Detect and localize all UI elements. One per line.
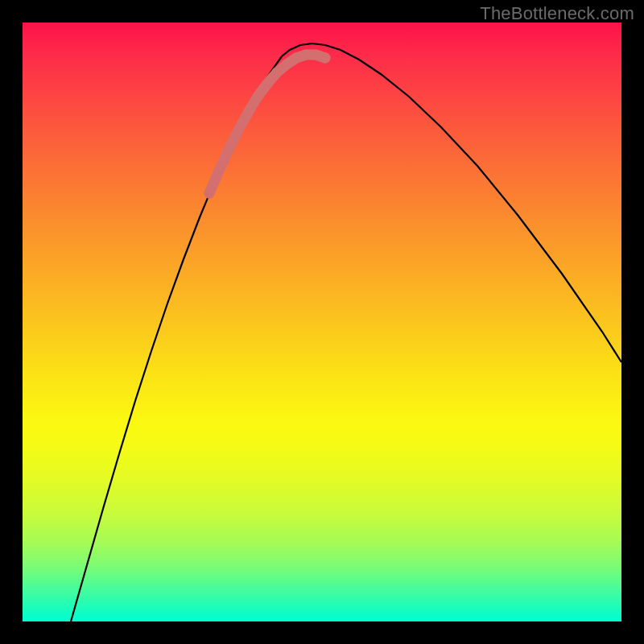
plot-area (23, 23, 621, 621)
svg-point-0 (204, 188, 215, 199)
svg-point-2 (224, 145, 234, 155)
bottleneck-curve (71, 43, 621, 621)
svg-point-8 (282, 60, 292, 70)
svg-point-11 (311, 50, 321, 60)
svg-point-10 (301, 50, 312, 60)
svg-point-1 (214, 166, 225, 176)
svg-point-9 (291, 53, 302, 64)
svg-point-4 (243, 108, 254, 118)
chart-frame: TheBottleneck.com (0, 0, 644, 644)
highlight-band (204, 50, 331, 199)
watermark-text: TheBottleneck.com (480, 3, 634, 24)
svg-point-6 (262, 79, 273, 89)
svg-point-5 (253, 92, 263, 102)
svg-point-3 (233, 126, 244, 136)
svg-point-7 (272, 68, 283, 78)
svg-point-12 (320, 53, 331, 64)
curve-layer (23, 23, 621, 621)
